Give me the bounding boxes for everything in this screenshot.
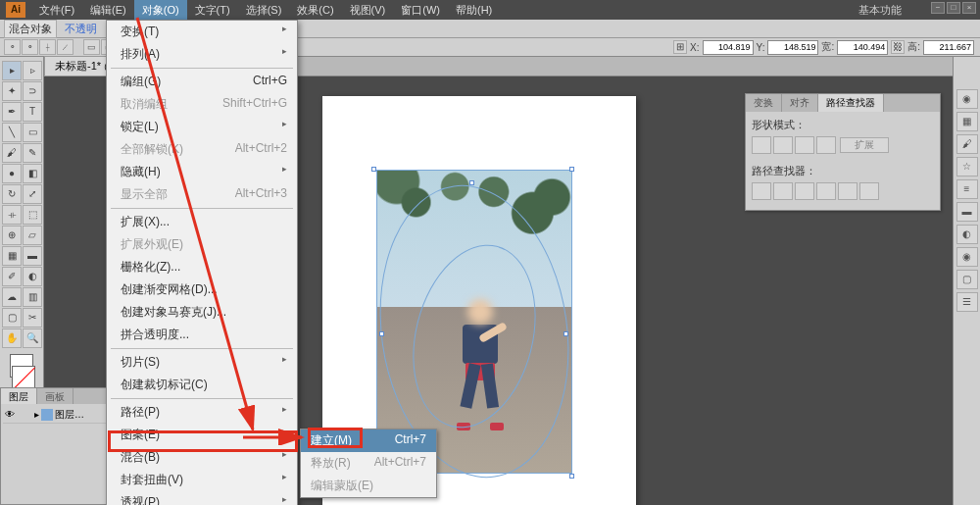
menu-7[interactable]: 窗口(W) [393, 0, 448, 20]
menu-item[interactable]: 编组(G)Ctrl+G [107, 71, 297, 93]
menu-1[interactable]: 编辑(E) [82, 0, 134, 20]
pencil-tool[interactable]: ✎ [23, 143, 42, 163]
divide-button[interactable] [752, 182, 771, 200]
line-tool[interactable]: ╲ [2, 123, 22, 142]
align-icon[interactable]: ▭ [83, 39, 100, 55]
anchor-icon[interactable]: ⚬ [4, 39, 21, 55]
expand-icon[interactable]: ▸ [34, 409, 39, 420]
anchor-point[interactable] [379, 331, 384, 336]
opacity-label[interactable]: 不透明 [61, 21, 101, 37]
expand-button[interactable]: 扩展 [840, 137, 889, 153]
eraser-tool[interactable]: ◧ [23, 164, 42, 183]
menu-item[interactable]: 拼合透明度... [107, 324, 297, 346]
minus-back-button[interactable] [859, 182, 879, 200]
menu-item[interactable]: 混合(B) [107, 446, 297, 469]
restore-button[interactable]: □ [947, 2, 960, 14]
rotate-tool[interactable]: ↻ [2, 184, 22, 204]
unite-button[interactable] [752, 136, 771, 154]
menu-item[interactable]: 栅格化(Z)... [107, 256, 297, 278]
shape-builder-tool[interactable]: ⊕ [2, 226, 22, 245]
menu-item[interactable]: 透视(P) [107, 491, 297, 505]
menu-5[interactable]: 效果(C) [289, 0, 341, 20]
color-panel-icon[interactable]: ◉ [956, 89, 978, 109]
anchor-point[interactable] [569, 167, 574, 172]
minus-front-button[interactable] [773, 136, 793, 154]
hand-tool[interactable]: ✋ [2, 328, 22, 348]
layers-panel[interactable]: 图层 画板 👁 ▸ 图层… [0, 387, 114, 505]
trim-button[interactable] [773, 182, 793, 200]
wand-tool[interactable]: ✦ [2, 81, 22, 101]
brushes-panel-icon[interactable]: 🖌 [956, 134, 978, 154]
anchor-icon[interactable]: ⚬ [22, 39, 38, 55]
exclude-button[interactable] [816, 136, 836, 154]
menu-item[interactable]: 封套扭曲(V) [107, 469, 297, 491]
menu-3[interactable]: 文字(T) [187, 0, 238, 20]
menu-item[interactable]: 创建裁切标记(C) [107, 374, 297, 396]
lasso-tool[interactable]: ⊃ [23, 81, 42, 101]
h-input[interactable] [923, 40, 974, 55]
width-tool[interactable]: ⟛ [2, 205, 22, 225]
menu-4[interactable]: 选择(S) [238, 0, 290, 20]
mesh-tool[interactable]: ▦ [2, 246, 22, 266]
anchor-icon[interactable]: ⟋ [57, 39, 74, 55]
outline-button[interactable] [838, 182, 858, 200]
artboard-tool[interactable]: ▢ [2, 308, 22, 328]
menu-item[interactable]: 变换(T) [107, 21, 297, 43]
menu-item[interactable]: 隐藏(H) [107, 161, 297, 183]
tab-pathfinder[interactable]: 路径查找器 [818, 94, 884, 112]
eyedropper-tool[interactable]: ✐ [2, 267, 22, 286]
gradient-panel-icon[interactable]: ▬ [956, 202, 978, 222]
free-transform-tool[interactable]: ⬚ [23, 205, 42, 225]
type-tool[interactable]: T [23, 102, 42, 122]
symbol-tool[interactable]: ☁ [2, 287, 22, 307]
workspace-label[interactable]: 基本功能 [858, 3, 902, 18]
menu-0[interactable]: 文件(F) [31, 0, 82, 20]
y-input[interactable] [767, 40, 818, 55]
symbols-panel-icon[interactable]: ☆ [956, 157, 978, 177]
menu-item[interactable]: 创建对象马赛克(J)... [107, 301, 297, 324]
menu-item[interactable]: 创建渐变网格(D)... [107, 278, 297, 301]
menu-item[interactable]: 锁定(L) [107, 116, 297, 138]
anchor-point[interactable] [569, 474, 574, 479]
close-button[interactable]: × [962, 2, 976, 14]
menu-6[interactable]: 视图(V) [342, 0, 394, 20]
selection-tool[interactable]: ▸ [2, 61, 22, 80]
stroke-panel-icon[interactable]: ≡ [956, 179, 978, 199]
swatches-panel-icon[interactable]: ▦ [956, 112, 978, 131]
anchor-point[interactable] [371, 167, 376, 172]
tab-layers[interactable]: 图层 [1, 388, 37, 404]
tab-align[interactable]: 对齐 [782, 94, 818, 112]
graph-tool[interactable]: ▥ [23, 287, 42, 307]
x-input[interactable] [703, 40, 754, 55]
anchor-icon[interactable]: ⟊ [39, 39, 56, 55]
blob-tool[interactable]: ● [2, 164, 22, 183]
intersect-button[interactable] [795, 136, 814, 154]
graphic-styles-icon[interactable]: ▢ [956, 270, 978, 289]
perspective-tool[interactable]: ▱ [23, 226, 42, 245]
link-icon[interactable]: ⛓ [891, 40, 905, 54]
anchor-point[interactable] [564, 331, 568, 336]
menu-8[interactable]: 帮助(H) [448, 0, 500, 20]
menu-item[interactable]: 切片(S) [107, 351, 297, 374]
tab-artboards[interactable]: 画板 [37, 388, 74, 404]
tab-transform[interactable]: 变换 [746, 94, 782, 112]
appearance-icon[interactable]: ◉ [956, 247, 978, 267]
layers-panel-icon[interactable]: ☰ [956, 292, 978, 312]
menu-item[interactable]: 扩展(X)... [107, 211, 297, 233]
rect-tool[interactable]: ▭ [23, 123, 42, 142]
menu-item[interactable]: 路径(P) [107, 401, 297, 424]
crop-button[interactable] [816, 182, 836, 200]
transparency-icon[interactable]: ◐ [956, 225, 978, 244]
w-input[interactable] [837, 40, 888, 55]
blend-tool[interactable]: ◐ [23, 267, 42, 286]
scale-tool[interactable]: ⤢ [23, 184, 42, 204]
menu-item[interactable]: 排列(A) [107, 43, 297, 66]
zoom-tool[interactable]: 🔍 [23, 328, 42, 348]
gradient-tool[interactable]: ▬ [23, 246, 42, 266]
pen-tool[interactable]: ✒ [2, 102, 22, 122]
slice-tool[interactable]: ✂ [23, 308, 42, 328]
anchor-point[interactable] [469, 180, 474, 185]
minimize-button[interactable]: − [931, 2, 945, 14]
direct-select-tool[interactable]: ▹ [23, 61, 42, 80]
visibility-icon[interactable]: 👁 [3, 409, 17, 420]
